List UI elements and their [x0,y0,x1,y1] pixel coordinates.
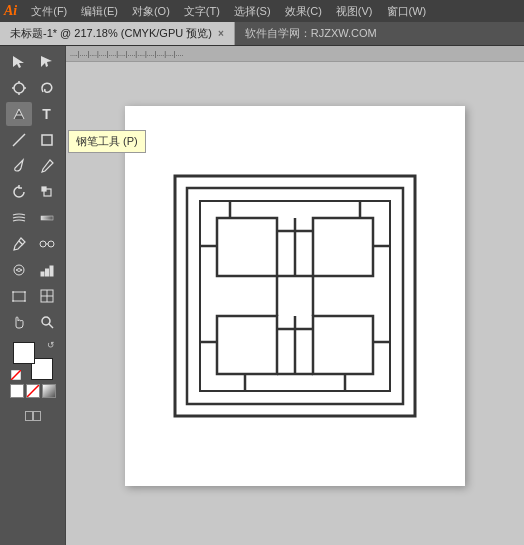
svg-line-33 [27,385,39,397]
reset-colors[interactable]: ↺ [47,340,55,350]
svg-marker-0 [13,56,24,68]
document-canvas[interactable] [125,106,465,486]
tool-row-transform [0,180,65,204]
color-swatches: ↺ [13,342,53,380]
svg-rect-9 [42,135,52,145]
svg-rect-42 [313,316,373,374]
tool-row-screen [0,404,65,428]
tool-row-line [0,128,65,152]
tool-row-select [0,50,65,74]
tool-row-artboard [0,284,65,308]
tab-inactive-website[interactable]: 软件自学网：RJZXW.COM [235,22,387,45]
graph-btn[interactable] [34,258,60,282]
svg-rect-11 [42,187,46,191]
color-area: ↺ [0,338,65,402]
pen-tool-btn[interactable] [6,102,32,126]
scale-btn[interactable] [34,180,60,204]
svg-point-14 [40,241,46,247]
svg-point-15 [48,241,54,247]
tool-row-eyedropper [0,232,65,256]
menu-bar: Ai 文件(F) 编辑(E) 对象(O) 文字(T) 选择(S) 效果(C) 视… [0,0,524,22]
pencil-btn[interactable] [34,154,60,178]
svg-rect-35 [33,411,40,420]
type-tool-btn[interactable]: T [34,102,60,126]
paintbrush-btn[interactable] [6,154,32,178]
tab-inactive-label: 软件自学网：RJZXW.COM [245,26,377,41]
rect-tool-btn[interactable] [34,128,60,152]
menu-window[interactable]: 窗口(W) [381,2,433,21]
symbol-btn[interactable] [6,258,32,282]
svg-line-30 [49,324,53,328]
tool-row-pen: T [0,102,65,126]
menu-text[interactable]: 文字(T) [178,2,226,21]
canvas-area[interactable]: ....|....|....|....|....|....|....|....|… [66,46,524,545]
svg-rect-34 [25,411,32,420]
solid-fill-btn[interactable] [10,384,24,398]
line-tool-btn[interactable] [6,128,32,152]
svg-line-13 [19,241,23,245]
svg-point-29 [42,317,50,325]
svg-rect-40 [313,218,373,276]
svg-rect-12 [41,216,53,220]
tool-row-brush [0,154,65,178]
no-fill-btn[interactable] [26,384,40,398]
svg-rect-36 [175,176,415,416]
gradient-btn[interactable] [34,206,60,230]
warp-btn[interactable] [6,206,32,230]
tab-close-button[interactable]: × [218,28,224,39]
menu-select[interactable]: 选择(S) [228,2,277,21]
fill-swatch[interactable] [13,342,35,364]
main-area: T [0,46,524,545]
svg-marker-1 [41,56,52,67]
none-indicator [11,370,21,382]
screen-mode-btn[interactable] [7,404,59,428]
svg-rect-21 [13,292,25,301]
tool-row-wand [0,76,65,100]
direct-select-tool-btn[interactable] [34,50,60,74]
artboard-btn[interactable] [6,284,32,308]
menu-file[interactable]: 文件(F) [25,2,73,21]
gradient-fill-btn[interactable] [42,384,56,398]
magic-wand-btn[interactable] [6,76,32,100]
color-mode-row [10,384,56,398]
tab-active-label: 未标题-1* @ 217.18% (CMYK/GPU 预览) [10,26,212,41]
svg-rect-18 [41,272,44,276]
svg-point-2 [14,83,24,93]
horizontal-ruler: ....|....|....|....|....|....|....|....|… [66,46,524,62]
svg-rect-41 [217,316,277,374]
slice-btn[interactable] [34,284,60,308]
rotate-btn[interactable] [6,180,32,204]
menu-effect[interactable]: 效果(C) [279,2,328,21]
svg-rect-19 [45,269,48,276]
svg-rect-20 [50,266,53,276]
lasso-btn[interactable] [34,76,60,100]
eyedropper-btn[interactable] [6,232,32,256]
menu-object[interactable]: 对象(O) [126,2,176,21]
blend-btn[interactable] [34,232,60,256]
menu-edit[interactable]: 编辑(E) [75,2,124,21]
tool-row-warp [0,206,65,230]
artwork-svg [165,166,425,426]
svg-line-8 [13,134,25,146]
menu-view[interactable]: 视图(V) [330,2,379,21]
select-tool-btn[interactable] [6,50,32,74]
tab-bar: 未标题-1* @ 217.18% (CMYK/GPU 预览) × 软件自学网：R… [0,22,524,46]
toolbar: T [0,46,66,545]
hand-btn[interactable] [6,310,32,334]
tab-active-document[interactable]: 未标题-1* @ 217.18% (CMYK/GPU 预览) × [0,22,235,45]
zoom-btn[interactable] [34,310,60,334]
svg-rect-39 [217,218,277,276]
tool-row-symbol [0,258,65,282]
app-logo: Ai [4,3,17,19]
tool-row-hand [0,310,65,334]
